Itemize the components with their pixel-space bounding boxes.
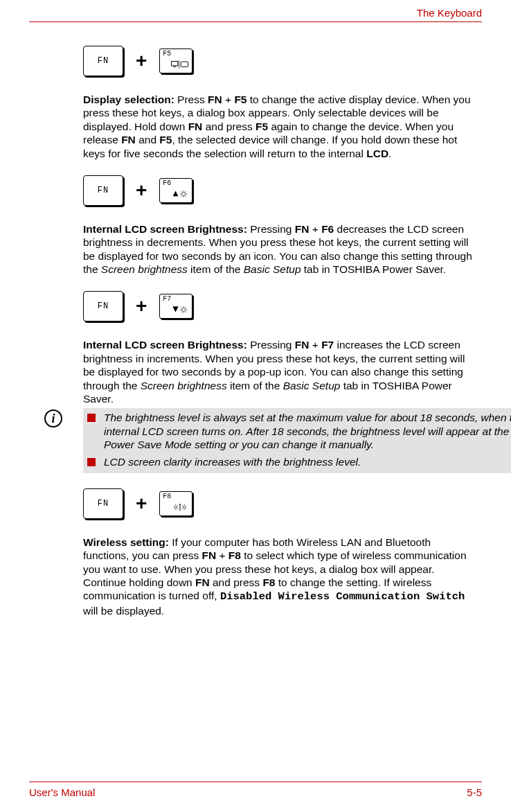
note-item: LCD screen clarity increases with the br… [87,455,511,468]
keycombo-fn-f5: FN + F5 [83,46,479,76]
keycombo-fn-f6: FN + F6 [83,175,479,206]
svg-marker-15 [173,307,179,312]
key-f7-label: F7 [160,294,192,303]
note-body: The brightness level is always set at th… [83,408,511,473]
key-fn: FN [83,46,123,76]
note-text-1: The brightness level is always set at th… [104,411,511,451]
key-f7: F7 [159,294,192,319]
para-brightness-down: Internal LCD screen Brightness: Pressing… [83,222,479,276]
para-display-selection: Display selection: Press FN + F5 to chan… [83,93,479,160]
wireless-icon [171,502,189,512]
key-fn: FN [83,291,123,321]
footer-rule [29,782,482,782]
svg-line-11 [186,195,186,196]
brightness-up-icon [171,305,189,315]
header-rule [29,21,482,22]
para-wireless: Wireless setting: If your computer has b… [83,536,479,617]
key-f5: F5 [159,48,192,73]
svg-line-24 [186,307,186,308]
keycombo-fn-f7: FN + F7 [83,291,479,321]
display-icon [171,60,189,69]
plus-icon: + [136,494,147,513]
svg-line-10 [181,191,182,192]
svg-line-21 [181,307,182,308]
plus-icon: + [136,51,147,71]
key-fn: FN [83,488,123,519]
svg-line-23 [181,312,182,312]
key-f8-label: F8 [160,492,192,500]
svg-marker-4 [173,191,179,196]
svg-line-13 [186,191,186,192]
key-f6-label: F6 [160,179,192,187]
svg-point-16 [182,308,186,312]
page-footer: User's Manual 5-5 [29,782,482,798]
note-box: i The brightness level is always set at … [29,408,511,473]
svg-point-26 [179,504,181,505]
footer-left: User's Manual [29,786,95,798]
para-brightness-up: Internal LCD screen Brightness: Pressing… [83,338,479,405]
keycombo-fn-f8: FN + F8 [83,488,479,519]
bullet-icon [87,414,96,422]
content-area: FN + F5 Display selection: Press FN + F5… [29,46,482,617]
key-f6: F6 [159,178,192,203]
page-header-title: The Keyboard [29,0,482,21]
svg-point-5 [182,192,186,195]
footer-page-number: 5-5 [467,786,482,798]
svg-rect-3 [181,62,188,67]
svg-line-12 [181,195,182,196]
note-text-2: LCD screen clarity increases with the br… [104,455,361,468]
info-icon: i [44,409,62,427]
key-f8: F8 [159,491,192,516]
note-item: The brightness level is always set at th… [87,411,511,451]
svg-line-22 [186,312,186,312]
brightness-down-icon [171,189,189,199]
key-fn: FN [83,175,123,206]
bullet-icon [87,458,96,466]
plus-icon: + [136,297,147,316]
key-f5-label: F5 [160,49,192,58]
svg-rect-0 [172,61,178,66]
plus-icon: + [136,181,147,200]
